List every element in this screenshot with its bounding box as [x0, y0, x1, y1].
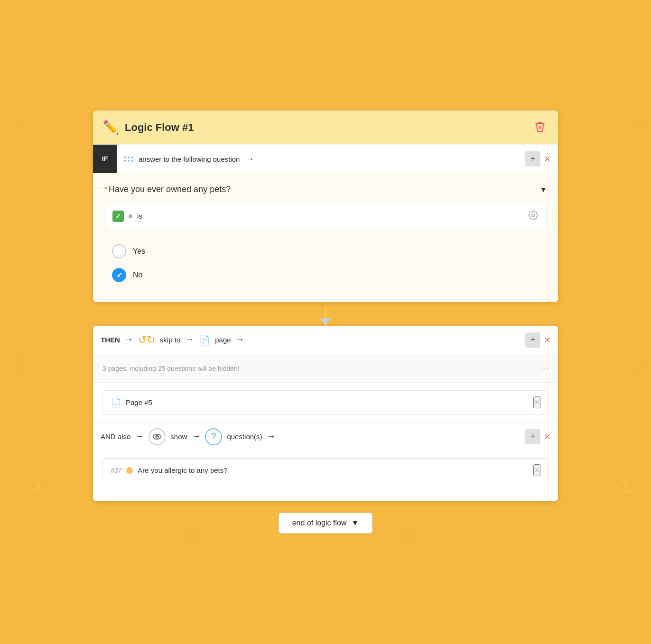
connector — [93, 302, 558, 326]
question-header: *Have you ever owned any pets? ▼ — [104, 184, 547, 194]
question-icon-wrapper: ? — [205, 428, 222, 445]
then-arrow2: → — [185, 335, 194, 345]
eye-icon — [152, 433, 162, 440]
required-marker: * — [104, 184, 108, 194]
svg-text:⭐: ⭐ — [33, 229, 57, 251]
and-also-close-button[interactable]: × — [544, 432, 550, 442]
and-also-row: AND also → show → ? question(s) → + × — [93, 422, 558, 451]
end-of-flow-container: end of logic flow ▼ — [93, 513, 558, 534]
hidden-text: 3 pages, including 25 questions will be … — [102, 365, 240, 372]
pencil-icon: ✏️ — [102, 120, 119, 135]
page-icon: 📄 — [198, 334, 210, 346]
then-arrow3: → — [236, 335, 244, 345]
page-tag-text: Page #5 — [126, 398, 152, 406]
radio-yes-label: Yes — [133, 247, 145, 256]
svg-text:🙂: 🙂 — [612, 476, 642, 504]
and-also-arrow3: → — [267, 432, 276, 442]
logic-flow-card: ✏️ Logic Flow #1 IF answer to th — [93, 110, 558, 302]
question-number: #37 — [111, 467, 121, 474]
then-label: THEN — [101, 336, 120, 344]
gear-button[interactable] — [528, 210, 539, 222]
radio-yes-circle[interactable] — [112, 244, 126, 258]
main-container: ✏️ Logic Flow #1 IF answer to th — [93, 110, 558, 534]
undo-icon: ↺↻ — [138, 334, 155, 346]
radio-options: Yes No — [104, 236, 547, 294]
question-tag-close-button[interactable]: × — [533, 464, 540, 476]
and-also-arrow1: → — [135, 432, 144, 442]
svg-text:👍: 👍 — [5, 348, 35, 376]
card-header: ✏️ Logic Flow #1 — [93, 110, 558, 144]
eye-icon-wrapper — [149, 428, 166, 445]
then-row: THEN → ↺↻ skip to → 📄 page → + × — [93, 326, 558, 354]
if-arrow: → — [245, 154, 254, 164]
delete-logic-flow-button[interactable] — [531, 118, 549, 137]
if-condition-text: answer to the following question — [139, 155, 240, 163]
page-text: page — [215, 336, 231, 344]
then-add-button[interactable]: + — [525, 332, 540, 348]
question-tag: #37 Are you allergic to any pets? × — [102, 458, 549, 482]
if-row: IF answer to the following question → + … — [93, 144, 558, 173]
end-of-flow-arrow: ▼ — [351, 519, 359, 527]
radio-no-label: No — [133, 271, 142, 279]
card-title: Logic Flow #1 — [125, 121, 194, 134]
svg-point-12 — [532, 214, 535, 217]
question-text: *Have you ever owned any pets? — [104, 184, 231, 194]
if-add-button[interactable]: + — [525, 151, 540, 166]
q-dot — [126, 467, 133, 474]
then-arrow1: → — [125, 335, 133, 345]
dots-menu[interactable]: ··· — [540, 363, 549, 374]
page-tag-icon: 📄 — [111, 397, 121, 408]
and-also-actions: + × — [525, 429, 550, 444]
svg-point-15 — [157, 436, 158, 437]
if-actions: + × — [525, 151, 558, 166]
question-mark-icon: ? — [211, 432, 216, 442]
show-text: show — [170, 432, 187, 441]
if-close-button[interactable]: × — [544, 154, 550, 164]
and-also-label: AND also — [101, 432, 130, 441]
and-also-arrow2: → — [192, 432, 200, 442]
hidden-info: 3 pages, including 25 questions will be … — [93, 354, 558, 383]
drag-handle[interactable] — [124, 156, 133, 162]
question-area: *Have you ever owned any pets? ▼ is — [93, 173, 558, 302]
then-bottom-space — [93, 490, 558, 501]
svg-text:🙂: 🙂 — [24, 476, 54, 504]
page-tag-close-button[interactable]: × — [533, 396, 540, 408]
question-tag-left: #37 Are you allergic to any pets? — [111, 466, 228, 474]
skip-to-text: skip to — [160, 336, 180, 344]
end-of-flow-label: end of logic flow — [292, 519, 347, 527]
connector-wrapper — [325, 307, 326, 321]
then-card: THEN → ↺↻ skip to → 📄 page → + × 3 pages… — [93, 326, 558, 501]
page-tag-left: 📄 Page #5 — [111, 397, 152, 408]
connector-triangle — [320, 318, 331, 326]
svg-text:⭐: ⭐ — [607, 229, 631, 251]
if-badge: IF — [93, 145, 117, 173]
checkbox-icon — [112, 211, 124, 222]
then-close-button[interactable]: × — [544, 335, 550, 345]
questions-text: question(s) — [227, 432, 262, 441]
condition-row: is — [104, 204, 547, 228]
svg-text:👍: 👍 — [622, 101, 651, 129]
dot-indicator — [129, 214, 132, 218]
card-header-left: ✏️ Logic Flow #1 — [102, 120, 194, 135]
end-of-logic-flow-button[interactable]: end of logic flow ▼ — [279, 513, 373, 534]
svg-text:👍: 👍 — [5, 101, 35, 129]
question-tag-text: Are you allergic to any pets? — [138, 466, 227, 474]
radio-option-yes[interactable]: Yes — [108, 239, 547, 263]
svg-text:👍: 👍 — [622, 348, 651, 376]
condition-operator: is — [137, 212, 142, 220]
radio-option-no[interactable]: No — [108, 263, 547, 287]
question-dropdown-arrow[interactable]: ▼ — [540, 186, 547, 193]
radio-no-circle[interactable] — [112, 268, 126, 282]
page-tag: 📄 Page #5 × — [102, 390, 549, 414]
then-actions-right: + × — [525, 332, 550, 348]
and-also-add-button[interactable]: + — [525, 429, 540, 444]
condition-left: is — [112, 211, 142, 222]
if-content: answer to the following question → — [117, 145, 525, 173]
